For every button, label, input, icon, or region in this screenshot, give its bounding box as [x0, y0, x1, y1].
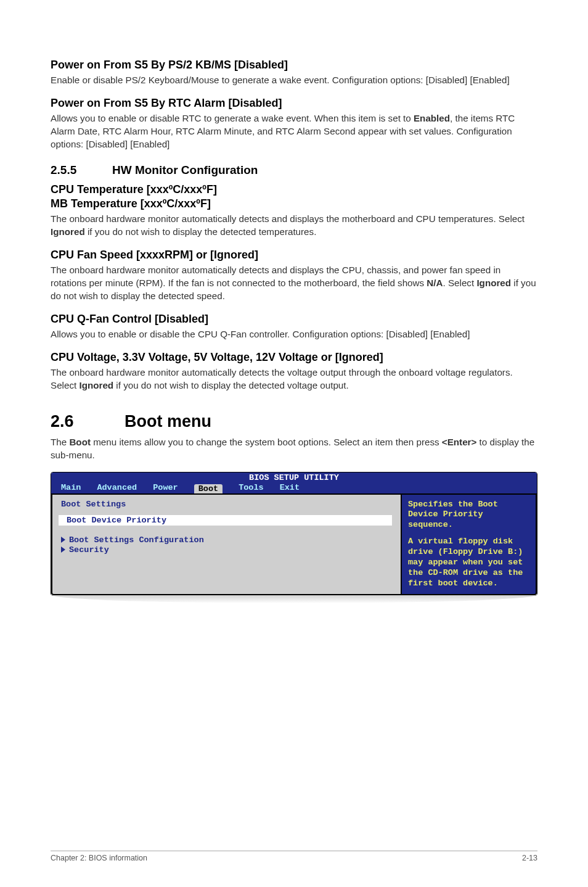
heading-power-ps2: Power on From S5 By PS/2 KB/MS [Disabled…	[51, 59, 537, 72]
bios-bottom-fade	[51, 595, 537, 603]
para-cpu-fan: The onboard hardware monitor automatical…	[51, 264, 537, 303]
bios-tab-advanced[interactable]: Advanced	[97, 483, 137, 493]
bios-tab-boot[interactable]: Boot	[194, 484, 223, 493]
bold-ignored: Ignored	[51, 226, 85, 237]
bios-tab-power[interactable]: Power	[153, 483, 178, 493]
section-title: Boot menu	[125, 412, 211, 431]
bios-item-label: Boot Device Priority	[67, 516, 166, 525]
triangle-icon	[61, 537, 65, 543]
bios-titlebar: BIOS SETUP UTILITY Main Advanced Power B…	[51, 472, 537, 493]
section-number: 2.5.5	[51, 163, 112, 177]
bios-help-text-2: A virtual floppy disk drive (Floppy Driv…	[408, 537, 529, 588]
bios-title: BIOS SETUP UTILITY	[249, 473, 339, 482]
triangle-icon	[61, 547, 65, 553]
footer-rule	[51, 851, 537, 851]
text: . Select	[443, 278, 477, 288]
bios-screenshot: BIOS SETUP UTILITY Main Advanced Power B…	[51, 472, 537, 596]
bios-tab-tools[interactable]: Tools	[239, 483, 264, 493]
para-boot-menu: The Boot menu items allow you to change …	[51, 436, 537, 462]
text: if you do not wish to display the detect…	[113, 380, 349, 390]
bold-boot: Boot	[69, 437, 91, 447]
footer-left: Chapter 2: BIOS information	[51, 854, 147, 862]
page-footer: Chapter 2: BIOS information 2-13	[51, 854, 537, 862]
bios-tab-main[interactable]: Main	[61, 483, 81, 493]
bios-help-pane: Specifies the Boot Device Priority seque…	[401, 493, 537, 595]
para-qfan: Allows you to enable or disable the CPU …	[51, 328, 537, 341]
section-title: HW Monitor Configuration	[112, 163, 258, 176]
bios-body: Boot Settings Boot Device Priority Boot …	[51, 493, 537, 595]
heading-cpu-voltage: CPU Voltage, 3.3V Voltage, 5V Voltage, 1…	[51, 351, 537, 364]
para-temp: The onboard hardware monitor automatical…	[51, 213, 537, 239]
bold-enabled: Enabled	[414, 113, 450, 123]
heading-mb-temp: MB Temperature [xxxºC/xxxºF]	[51, 197, 537, 210]
bold-ignored: Ignored	[476, 278, 511, 288]
text: The	[51, 437, 69, 447]
text: Allows you to enable or disable RTC to g…	[51, 113, 414, 123]
para-power-ps2: Enable or disable PS/2 Keyboard/Mouse to…	[51, 74, 537, 87]
bios-help-text-1: Specifies the Boot Device Priority seque…	[408, 500, 529, 531]
heading-power-rtc: Power on From S5 By RTC Alarm [Disabled]	[51, 97, 537, 110]
bold-na: N/A	[427, 278, 443, 288]
heading-qfan: CPU Q-Fan Control [Disabled]	[51, 313, 537, 326]
bios-item-label: Security	[69, 545, 109, 555]
bios-pane-title: Boot Settings	[61, 500, 392, 509]
text: if you do not wish to display the detect…	[85, 226, 317, 237]
footer-right: 2-13	[522, 854, 537, 862]
section-2-6: 2.6Boot menu	[51, 412, 537, 431]
section-number: 2.6	[51, 412, 125, 431]
para-cpu-voltage: The onboard hardware monitor automatical…	[51, 366, 537, 392]
text: menu items allow you to change the syste…	[91, 437, 442, 447]
section-2-5-5: 2.5.5HW Monitor Configuration	[51, 163, 537, 177]
bold-enter: <Enter>	[442, 437, 477, 447]
para-power-rtc: Allows you to enable or disable RTC to g…	[51, 112, 537, 151]
page-footer-wrap: Chapter 2: BIOS information 2-13	[51, 851, 537, 862]
triangle-icon	[59, 517, 63, 523]
bios-tab-exit[interactable]: Exit	[280, 483, 300, 493]
bios-item-label: Boot Settings Configuration	[69, 535, 204, 545]
bios-item-boot-settings-config[interactable]: Boot Settings Configuration	[61, 535, 392, 545]
text: The onboard hardware monitor automatical…	[51, 213, 525, 224]
heading-cpu-fan: CPU Fan Speed [xxxxRPM] or [Ignored]	[51, 249, 537, 262]
bios-item-security[interactable]: Security	[61, 545, 392, 555]
bios-item-boot-device-priority[interactable]: Boot Device Priority	[59, 515, 392, 526]
bios-left-pane: Boot Settings Boot Device Priority Boot …	[51, 493, 401, 595]
bold-ignored: Ignored	[79, 380, 113, 390]
heading-cpu-temp: CPU Temperature [xxxºC/xxxºF]	[51, 183, 537, 196]
